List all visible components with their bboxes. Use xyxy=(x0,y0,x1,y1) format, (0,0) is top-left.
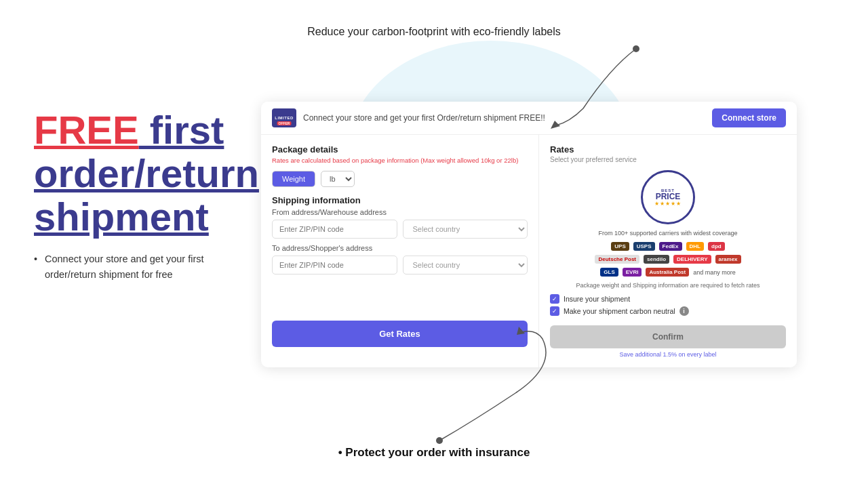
weight-toggle: Weight xyxy=(272,171,315,187)
header-left: LIMITED OFFER Connect your store and get… xyxy=(272,108,545,127)
get-rates-button[interactable]: Get Rates xyxy=(272,321,528,347)
insure-checkbox-row: ✓ Insure your shipment xyxy=(550,294,786,304)
dhl-logo: DHL xyxy=(686,242,704,251)
bottom-bullet: • Protect your order with insurance xyxy=(338,446,530,460)
best-price-badge: BEST PRICE ★★★★★ xyxy=(641,170,695,224)
connect-store-button[interactable]: Connect store xyxy=(712,108,786,127)
to-label: To address/Shopper's address xyxy=(272,244,528,252)
package-subtitle-prefix: Rates are calculated based on package in… xyxy=(272,157,420,164)
first-text: first xyxy=(139,108,224,152)
from-label: From address/Warehouse address xyxy=(272,208,528,216)
confirm-button[interactable]: Confirm xyxy=(550,325,786,348)
gls-logo: GLS xyxy=(600,268,618,277)
carriers-row-1: UPS USPS FedEx DHL dpd xyxy=(550,242,786,251)
badge-main: PRICE xyxy=(656,192,681,201)
left-bullet: Connect your store and get your first or… xyxy=(34,251,244,282)
svg-point-2 xyxy=(436,437,443,444)
carriers-text: From 100+ supported carriers with widest… xyxy=(550,230,786,237)
left-form: Package details Rates are calculated bas… xyxy=(261,135,539,367)
carbon-checkmark: ✓ xyxy=(552,308,557,314)
card-body: Package details Rates are calculated bas… xyxy=(261,135,797,367)
australia-post-logo: Australia Post xyxy=(646,268,689,277)
package-subtitle-max: (Max weight allowed 10kg or 22lb) xyxy=(420,157,518,164)
bottom-bullet-text: Protect your order with insurance xyxy=(345,446,530,459)
rates-subtitle: Select your preferred service xyxy=(550,156,786,163)
top-bullet: Reduce your carbon-footprint with eco-fr… xyxy=(307,26,561,38)
order-return-text: order/return xyxy=(34,151,259,195)
carbon-checkbox[interactable]: ✓ xyxy=(550,306,559,316)
dpd-logo: dpd xyxy=(708,242,725,251)
to-zip-input[interactable] xyxy=(272,256,397,274)
shipping-title: Shipping information xyxy=(272,195,528,205)
package-note: Package weight and Shipping information … xyxy=(550,282,786,289)
free-text: FREE xyxy=(34,108,139,152)
top-bullet-text: Reduce your carbon-footprint with eco-fr… xyxy=(307,26,561,37)
carbon-checkbox-row: ✓ Make your shipment carbon neutral i xyxy=(550,306,786,316)
insure-checkmark: ✓ xyxy=(552,296,557,302)
info-icon: i xyxy=(679,306,689,316)
badge-stars: ★★★★★ xyxy=(654,201,682,207)
logo-badge: LIMITED OFFER xyxy=(272,108,296,127)
to-address-row: Select country xyxy=(272,256,528,274)
insure-label: Insure your shipment xyxy=(564,295,630,303)
deutsche-logo: Deutsche Post xyxy=(595,255,639,264)
sendilo-logo: sendilo xyxy=(644,255,669,264)
fedex-logo: FedEx xyxy=(659,242,682,251)
left-bullet-text: Connect your store and get your first or… xyxy=(45,253,204,279)
carriers-row-2: Deutsche Post sendilo DELHIVERY aramex xyxy=(550,255,786,264)
headline: FREE first order/return shipment xyxy=(34,108,244,238)
card-header: LIMITED OFFER Connect your store and get… xyxy=(261,102,797,135)
usps-logo: USPS xyxy=(633,242,655,251)
aramex-logo: aramex xyxy=(715,255,741,264)
more-carriers-text: and many more xyxy=(693,269,736,276)
to-country-select[interactable]: Select country xyxy=(403,256,528,274)
unit-select[interactable]: lb kg xyxy=(321,171,355,187)
delhivery-logo: DELHIVERY xyxy=(673,255,711,264)
rates-title: Rates xyxy=(550,144,786,155)
save-text: Save additional 1.5% on every label xyxy=(550,351,786,358)
svg-point-0 xyxy=(633,45,639,52)
header-message: Connect your store and get your first Or… xyxy=(303,113,545,123)
insure-checkbox[interactable]: ✓ xyxy=(550,294,559,304)
package-title: Package details xyxy=(272,144,528,155)
carriers-row-3: GLS EVRI Australia Post and many more xyxy=(550,268,786,277)
right-rates: Rates Select your preferred service BEST… xyxy=(539,135,797,367)
left-panel: FREE first order/return shipment Connect… xyxy=(34,108,244,282)
ups-logo: UPS xyxy=(611,242,629,251)
carbon-label: Make your shipment carbon neutral xyxy=(564,307,675,315)
shipment-text: shipment xyxy=(34,195,244,239)
package-subtitle: Rates are calculated based on package in… xyxy=(272,157,528,164)
from-country-select[interactable]: Select country xyxy=(403,220,528,239)
from-zip-input[interactable] xyxy=(272,220,397,239)
evri-logo: EVRI xyxy=(623,268,642,277)
package-row: Weight lb kg xyxy=(272,171,528,187)
main-card: LIMITED OFFER Connect your store and get… xyxy=(261,102,797,367)
offer-label: OFFER xyxy=(277,121,292,125)
from-address-row: Select country xyxy=(272,220,528,239)
weight-button[interactable]: Weight xyxy=(273,171,315,186)
